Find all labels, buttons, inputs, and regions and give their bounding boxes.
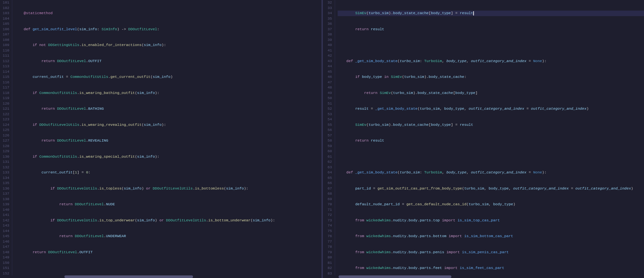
- code-line-r38: result = _get_sim_body_state(turbo_sim, …: [338, 106, 644, 112]
- code-line-r43: part_id = get_sim_outfit_cas_part_from_b…: [338, 186, 644, 191]
- code-line-107: return DDOutfitLevel.BATHING: [15, 106, 322, 112]
- code-line-112: if DDOutfitLevelUtils.is_topless(sim_inf…: [15, 186, 322, 191]
- code-line-r45: from wickedwhims.nudity.body.parts.top i…: [338, 218, 644, 223]
- code-line-103: if not DDSettingUtils.is_enabled_for_int…: [15, 42, 322, 48]
- right-pane: 3233343536 3738394041 4243444546 4748495…: [323, 0, 644, 278]
- code-line-102: def get_sim_outfit_level(sim_info: SimIn…: [15, 27, 322, 32]
- code-line-r33: return result: [338, 27, 644, 32]
- code-line-117: [15, 265, 322, 271]
- right-line-numbers: 3233343536 3738394041 4243444546 4748495…: [323, 0, 335, 278]
- right-scrollbar-thumb[interactable]: [339, 275, 451, 278]
- code-line-r37: return SimEv(turbo_sim).body_state_cache…: [338, 90, 644, 96]
- code-line-r42: def _get_sim_body_state(turbo_sim: Turbo…: [338, 170, 644, 175]
- code-line-113: return DDOutfitLevel.NUDE: [15, 202, 322, 207]
- right-scrollbar[interactable]: [323, 275, 644, 278]
- code-line-105: current_outfit = CommonOutfitUtils.get_c…: [15, 74, 322, 80]
- code-line-r34: [338, 42, 644, 48]
- code-line-115: return DDOutfitLevel.UNDERWEAR: [15, 234, 322, 239]
- left-code-content[interactable]: @staticmethod def get_sim_outfit_level(s…: [12, 0, 322, 278]
- code-line-110: if CommonOutfitUtils.is_wearing_special_…: [15, 154, 322, 160]
- code-line-114: if DDOutfitLevelUtils.is_top_underwear(s…: [15, 218, 322, 223]
- left-scrollbar-thumb[interactable]: [64, 275, 193, 278]
- right-code-area: 3233343536 3738394041 4243444546 4748495…: [323, 0, 644, 278]
- left-scrollbar[interactable]: [0, 275, 322, 278]
- code-line-r35: def _get_sim_body_state(turbo_sim: Turbo…: [338, 59, 644, 64]
- editor-container: 101102103104105 106107108109110 11111211…: [0, 0, 644, 278]
- code-line-r46: from wickedwhims.nudity.body.parts.botto…: [338, 234, 644, 239]
- code-line-101: @staticmethod: [15, 11, 322, 16]
- left-line-numbers: 101102103104105 106107108109110 11111211…: [0, 0, 12, 278]
- code-line-111: current_outfit[1] = 0:: [15, 170, 322, 175]
- code-line-r48: from wickedwhims.nudity.body.parts.feet …: [338, 265, 644, 271]
- code-line-108: if DDOutfitLevelUtils.is_wearing_reveali…: [15, 122, 322, 128]
- code-line-109: return DDOutfitLevel.REVEALING: [15, 138, 322, 144]
- right-code-content[interactable]: SimEv(turbo_sim).body_state_cache[body_t…: [335, 0, 644, 278]
- code-line-r41: [338, 154, 644, 160]
- code-line-r32: SimEv(turbo_sim).body_state_cache[body_t…: [338, 11, 644, 16]
- code-line-r36: if body_type in SimEv(turbo_sim).body_st…: [338, 74, 644, 80]
- code-line-r47: from wickedwhims.nudity.body.parts.penis…: [338, 250, 644, 255]
- left-code-area: 101102103104105 106107108109110 11111211…: [0, 0, 322, 278]
- left-pane: 101102103104105 106107108109110 11111211…: [0, 0, 322, 278]
- code-line-116: return DDOutfitLevel.OUTFIT: [15, 250, 322, 255]
- code-line-r44: default_nude_part_id = get_cas_default_n…: [338, 202, 644, 207]
- code-line-106: if CommonOutfitUtils.is_wearing_bathing_…: [15, 90, 322, 96]
- code-line-r40: return result: [338, 138, 644, 144]
- code-line-r39: SimEv(turbo_sim).body_state_cache[body_t…: [338, 122, 644, 128]
- code-line-104: return DDOutfitLevel.OUTFIT: [15, 59, 322, 64]
